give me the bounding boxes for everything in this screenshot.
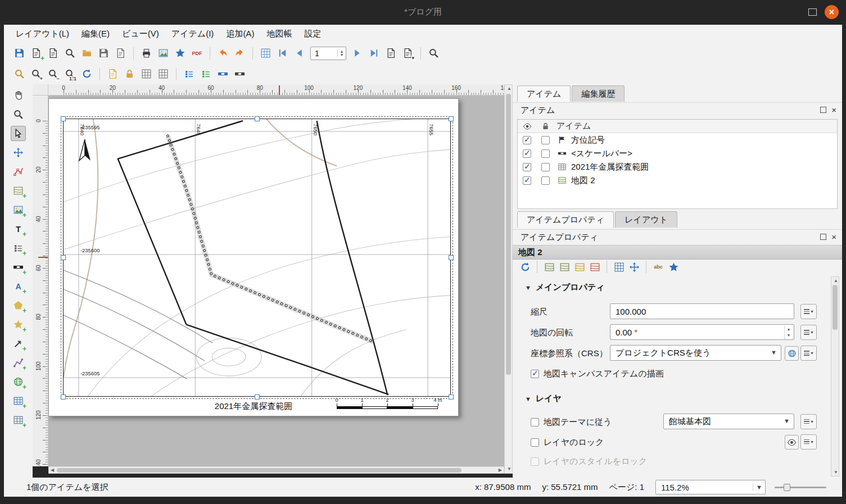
properties-scrollbar-thumb[interactable] [833, 285, 838, 330]
tab-layout[interactable]: レイアウト [615, 211, 677, 228]
first-feature-button[interactable] [275, 46, 290, 61]
add-map-button[interactable]: + [11, 183, 26, 198]
tab-items[interactable]: アイテム [517, 85, 571, 102]
spinner-arrows[interactable]: ▲▼ [784, 326, 793, 339]
layer-item-row[interactable]: 方位記号 [518, 133, 837, 147]
chevron-down-icon[interactable]: ▼ [753, 484, 765, 491]
zoom-slider-thumb[interactable] [784, 484, 790, 491]
new-layout-button[interactable]: + [29, 46, 44, 61]
layout-canvas[interactable]: 7640764576507655 -235595-235600-235605 2… [48, 96, 504, 466]
atlas-zoom-button[interactable] [426, 46, 441, 61]
zoom-slider[interactable] [775, 483, 826, 492]
next-feature-button[interactable] [350, 46, 365, 61]
lock-layers-override-button[interactable]: ▾ [800, 434, 817, 449]
lock-checkbox[interactable] [541, 149, 550, 158]
selection-handle[interactable] [61, 255, 66, 260]
export-as-pdf-button[interactable]: PDF [189, 46, 205, 61]
save-project-button[interactable] [12, 46, 27, 61]
dock-close-icon[interactable]: × [831, 234, 836, 240]
menu-item-3[interactable]: アイテム(I) [165, 26, 220, 42]
selection-handle[interactable] [61, 116, 66, 121]
selection-handle[interactable] [255, 394, 260, 399]
tab-item-properties[interactable]: アイテムプロパティ [517, 211, 614, 228]
menu-item-4[interactable]: 追加(A) [220, 26, 260, 42]
export-as-image-button[interactable] [156, 46, 171, 61]
selection-handle[interactable] [449, 116, 454, 121]
resize-items-button[interactable] [232, 66, 247, 81]
main-properties-section[interactable]: ▼メインプロパティ [525, 282, 605, 293]
group-items-button[interactable] [139, 66, 154, 81]
labeling-settings-button[interactable]: abc [652, 260, 665, 274]
layout-manager-button[interactable] [62, 46, 78, 61]
open-layout-button[interactable] [79, 46, 94, 61]
move-item-content-tool-button[interactable] [11, 145, 26, 160]
add-attribute-table-button[interactable]: + [11, 393, 26, 408]
maximize-button[interactable] [808, 8, 817, 16]
visibility-checkbox[interactable] [523, 176, 531, 185]
follow-map-theme-checkbox[interactable] [531, 418, 539, 426]
refresh-view-button[interactable] [79, 66, 94, 81]
add-marker-button[interactable]: + [11, 317, 26, 332]
close-button[interactable]: × [825, 5, 839, 19]
view-scale-in-canvas-button[interactable] [588, 260, 601, 274]
save-as-template-button[interactable] [96, 46, 111, 61]
scroll-up-icon[interactable]: ▲ [507, 87, 512, 91]
visibility-checkbox[interactable] [523, 136, 531, 144]
lock-checkbox[interactable] [541, 136, 550, 144]
menu-item-6[interactable]: 設定 [298, 26, 327, 42]
update-map-preview-button[interactable] [518, 260, 532, 274]
dock-float-icon[interactable] [820, 234, 826, 240]
add-node-item-button[interactable]: + [11, 355, 26, 370]
spinner-arrows[interactable]: ▲▼ [337, 50, 346, 57]
visibility-checkbox[interactable] [523, 163, 531, 171]
add-arrow-button[interactable]: + [11, 336, 26, 351]
zoom-level-combobox[interactable]: 115.2% ▼ [655, 480, 766, 494]
add-north-arrow-button[interactable]: A+ [11, 279, 26, 294]
add-legend-button[interactable]: + [11, 240, 26, 256]
selection-handle[interactable] [449, 255, 454, 260]
crs-combobox[interactable]: プロジェクトCRSを使う ▼ [610, 345, 781, 361]
distribute-items-button[interactable] [215, 66, 230, 81]
scale-override-button[interactable]: ▾ [800, 304, 817, 319]
atlas-page-spinner[interactable]: 1▲▼ [310, 47, 346, 60]
export-as-svg-button[interactable] [173, 46, 188, 61]
lock-checkbox[interactable] [541, 163, 550, 171]
layers-section[interactable]: ▼レイヤ [525, 393, 562, 404]
redo-button[interactable] [232, 46, 247, 61]
vertical-scrollbar-thumb[interactable] [506, 94, 511, 375]
previous-feature-button[interactable] [292, 46, 307, 61]
ungroup-items-button[interactable] [156, 66, 171, 81]
scalebar-item[interactable]: 01234 m [337, 397, 449, 412]
add-label-button[interactable]: T+ [11, 221, 26, 237]
layer-item-row[interactable]: <スケールバー> [518, 147, 837, 160]
copy-items-button[interactable] [105, 66, 120, 81]
align-items-button[interactable] [198, 66, 214, 81]
map-item[interactable]: 7640764576507655 -235595-235600-235605 [63, 119, 451, 397]
menu-item-0[interactable]: レイアウト(L) [10, 26, 75, 42]
visibility-checkbox[interactable] [523, 149, 531, 158]
preview-atlas-button[interactable] [258, 46, 273, 61]
horizontal-scrollbar-thumb[interactable] [57, 468, 462, 473]
move-map-content-button[interactable] [627, 260, 641, 274]
lock-layers-checkbox[interactable] [531, 438, 539, 447]
set-map-scale-to-canvas-button[interactable] [573, 260, 586, 274]
add-items-from-template-button[interactable] [113, 46, 128, 61]
scroll-down-icon[interactable]: ▼ [834, 470, 838, 475]
duplicate-layout-button[interactable] [46, 46, 61, 61]
zoom-tool-button[interactable] [11, 107, 26, 122]
properties-scrollbar[interactable]: ▲ ▼ [831, 276, 839, 476]
select-crs-button[interactable] [785, 346, 799, 361]
selection-handle[interactable] [255, 116, 260, 121]
pan-tool-button[interactable] [11, 88, 26, 103]
raise-items-button[interactable] [182, 66, 197, 81]
map-rotation-input[interactable]: 0.00 ° ▲▼ [610, 324, 794, 340]
selection-handle[interactable] [61, 394, 66, 399]
selection-handle[interactable] [449, 394, 454, 399]
visibility-preset-button[interactable] [785, 435, 799, 449]
add-html-button[interactable]: + [11, 374, 26, 389]
select-move-item-tool-button[interactable] [11, 126, 26, 141]
add-shape-button[interactable]: + [11, 298, 26, 313]
interactively-edit-extent-button[interactable] [612, 260, 626, 274]
map-theme-combobox[interactable]: 館城基本図 ▼ [663, 414, 794, 429]
layer-item-row[interactable]: 2021年金属探査範囲 [518, 160, 837, 174]
